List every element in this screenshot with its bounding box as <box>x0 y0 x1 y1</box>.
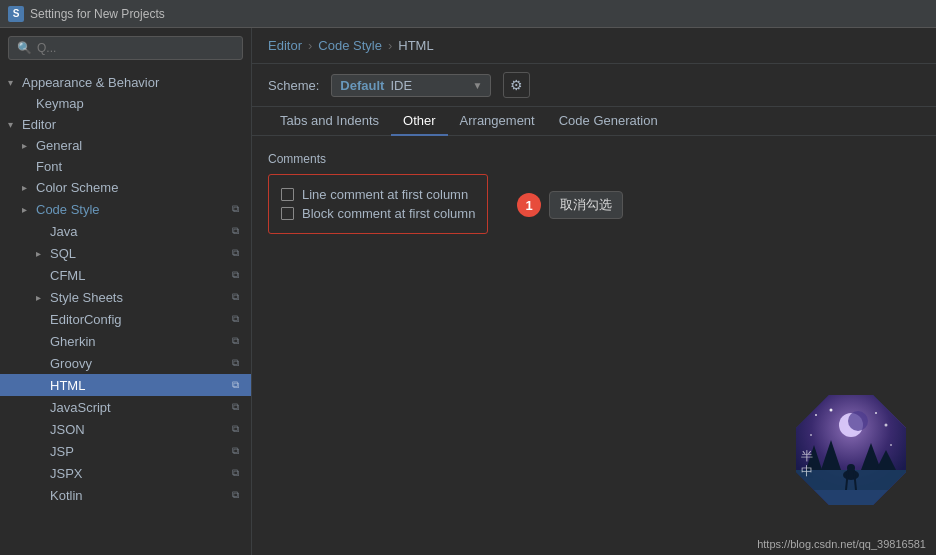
sidebar-item-editor-config[interactable]: EditorConfig⧉ <box>0 308 251 330</box>
sidebar-item-appearance-behavior[interactable]: ▾Appearance & Behavior <box>0 72 251 93</box>
sidebar-item-label: JavaScript <box>50 400 227 415</box>
sidebar-item-label: Keymap <box>36 96 243 111</box>
search-icon: 🔍 <box>17 41 32 55</box>
copy-icon: ⧉ <box>227 377 243 393</box>
scheme-default-text: Default <box>340 78 384 93</box>
arrow-icon: ▸ <box>22 182 36 193</box>
url-text: https://blog.csdn.net/qq_39816581 <box>757 538 926 550</box>
sidebar-item-sql[interactable]: ▸SQL⧉ <box>0 242 251 264</box>
copy-icon: ⧉ <box>227 267 243 283</box>
arrow-icon: ▾ <box>8 119 22 130</box>
search-input[interactable] <box>37 41 234 55</box>
sidebar-item-label: Font <box>36 159 243 174</box>
sidebar-item-label: Kotlin <box>50 488 227 503</box>
arrow-icon: ▾ <box>8 77 22 88</box>
copy-icon: ⧉ <box>227 311 243 327</box>
sidebar-item-cfml[interactable]: CFML⧉ <box>0 264 251 286</box>
copy-icon: ⧉ <box>227 201 243 217</box>
copy-icon: ⧉ <box>227 355 243 371</box>
main-content: 🔍 ▾Appearance & BehaviorKeymap▾Editor▸Ge… <box>0 28 936 555</box>
title-bar-text: Settings for New Projects <box>30 7 165 21</box>
tab-tabs-indents[interactable]: Tabs and Indents <box>268 107 391 136</box>
sidebar-item-html[interactable]: HTML⧉ <box>0 374 251 396</box>
sidebar-item-label: Editor <box>22 117 243 132</box>
svg-point-3 <box>815 414 817 416</box>
line-comment-label: Line comment at first column <box>302 187 468 202</box>
line-comment-checkbox[interactable] <box>281 188 294 201</box>
sidebar-item-label: JSON <box>50 422 227 437</box>
sidebar-item-editor[interactable]: ▾Editor <box>0 114 251 135</box>
sidebar-item-code-style[interactable]: ▸Code Style⧉ <box>0 198 251 220</box>
sidebar-item-font[interactable]: Font <box>0 156 251 177</box>
deco-octagon: 半 中 <box>796 395 906 505</box>
sidebar-item-label: Appearance & Behavior <box>22 75 243 90</box>
sidebar: 🔍 ▾Appearance & BehaviorKeymap▾Editor▸Ge… <box>0 28 252 555</box>
sidebar-item-label: Code Style <box>36 202 227 217</box>
arrow-icon: ▸ <box>36 248 50 259</box>
arrow-icon: ▸ <box>22 140 36 151</box>
sidebar-item-json[interactable]: JSON⧉ <box>0 418 251 440</box>
svg-text:半: 半 <box>801 449 813 463</box>
sidebar-item-gherkin[interactable]: Gherkin⧉ <box>0 330 251 352</box>
breadcrumb-sep-1: › <box>308 38 312 53</box>
comments-box: Line comment at first column Block comme… <box>268 174 488 234</box>
sidebar-item-javascript[interactable]: JavaScript⧉ <box>0 396 251 418</box>
breadcrumb-code-style[interactable]: Code Style <box>318 38 382 53</box>
scheme-dropdown[interactable]: Default IDE ▼ <box>331 74 491 97</box>
sidebar-item-jspx[interactable]: JSPX⧉ <box>0 462 251 484</box>
svg-point-8 <box>890 444 892 446</box>
arrow-icon: ▸ <box>36 292 50 303</box>
copy-icon: ⧉ <box>227 289 243 305</box>
tabs-row: Tabs and IndentsOtherArrangementCode Gen… <box>252 107 936 136</box>
svg-point-17 <box>847 464 855 472</box>
copy-icon: ⧉ <box>227 487 243 503</box>
tab-code-generation[interactable]: Code Generation <box>547 107 670 136</box>
app-icon: S <box>8 6 24 22</box>
svg-point-7 <box>810 434 812 436</box>
block-comment-checkbox[interactable] <box>281 207 294 220</box>
sidebar-item-label: SQL <box>50 246 227 261</box>
sidebar-item-jsp[interactable]: JSP⧉ <box>0 440 251 462</box>
scheme-row: Scheme: Default IDE ▼ ⚙ <box>252 64 936 107</box>
scheme-label: Scheme: <box>268 78 319 93</box>
panel-body: Comments Line comment at first column Bl… <box>252 136 936 555</box>
breadcrumb-sep-2: › <box>388 38 392 53</box>
breadcrumb-html: HTML <box>398 38 433 53</box>
comments-section-title: Comments <box>268 152 920 166</box>
breadcrumb: Editor › Code Style › HTML <box>252 28 936 64</box>
tooltip-text: 取消勾选 <box>549 191 623 219</box>
sidebar-item-color-scheme[interactable]: ▸Color Scheme <box>0 177 251 198</box>
sidebar-item-kotlin[interactable]: Kotlin⧉ <box>0 484 251 506</box>
sidebar-item-label: Color Scheme <box>36 180 243 195</box>
tab-other[interactable]: Other <box>391 107 448 136</box>
gear-button[interactable]: ⚙ <box>503 72 530 98</box>
right-panel: Editor › Code Style › HTML Scheme: Defau… <box>252 28 936 555</box>
sidebar-item-label: EditorConfig <box>50 312 227 327</box>
svg-text:中: 中 <box>801 464 813 478</box>
copy-icon: ⧉ <box>227 333 243 349</box>
sidebar-item-groovy[interactable]: Groovy⧉ <box>0 352 251 374</box>
sidebar-item-label: HTML <box>50 378 227 393</box>
copy-icon: ⧉ <box>227 399 243 415</box>
block-comment-row: Block comment at first column <box>281 206 475 221</box>
arrow-icon: ▸ <box>22 204 36 215</box>
sidebar-item-label: Groovy <box>50 356 227 371</box>
sidebar-item-java[interactable]: Java⧉ <box>0 220 251 242</box>
copy-icon: ⧉ <box>227 223 243 239</box>
scheme-ide-text: IDE <box>390 78 412 93</box>
copy-icon: ⧉ <box>227 465 243 481</box>
sidebar-item-style-sheets[interactable]: ▸Style Sheets⧉ <box>0 286 251 308</box>
title-bar: S Settings for New Projects <box>0 0 936 28</box>
breadcrumb-editor[interactable]: Editor <box>268 38 302 53</box>
search-box[interactable]: 🔍 <box>8 36 243 60</box>
svg-point-6 <box>885 424 888 427</box>
sidebar-item-label: CFML <box>50 268 227 283</box>
sidebar-item-label: JSP <box>50 444 227 459</box>
tooltip-number: 1 <box>517 193 541 217</box>
tab-arrangement[interactable]: Arrangement <box>448 107 547 136</box>
sidebar-item-general[interactable]: ▸General <box>0 135 251 156</box>
sidebar-item-keymap[interactable]: Keymap <box>0 93 251 114</box>
svg-point-5 <box>875 412 877 414</box>
tooltip-bubble: 1 取消勾选 <box>517 191 623 219</box>
block-comment-label: Block comment at first column <box>302 206 475 221</box>
